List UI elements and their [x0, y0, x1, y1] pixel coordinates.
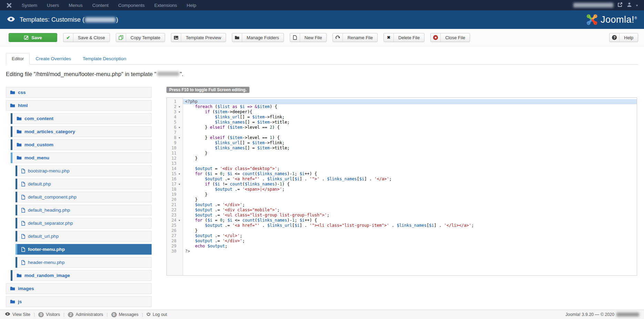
topbar-menu-help[interactable]: Help [182, 3, 201, 8]
chevron-down-icon[interactable]: ▾ [636, 3, 638, 7]
new-file-button[interactable]: New File [290, 33, 327, 42]
code-line[interactable]: 17▾ if ($i != count($links_names)-1) { [167, 182, 637, 187]
code-text[interactable]: } [183, 228, 637, 233]
tree-item-mod_custom[interactable]: mod_custom [12, 139, 152, 150]
tree-item-images[interactable]: images [6, 283, 152, 294]
code-line[interactable]: 13 [167, 161, 637, 166]
code-text[interactable]: } elseif ($item->level == 2) { [183, 125, 637, 130]
tree-item-html[interactable]: html [6, 100, 152, 111]
code-line[interactable]: 1<?php [167, 99, 637, 104]
code-line[interactable]: 26 } [167, 228, 637, 233]
administrators-link[interactable]: 2 Administrators [68, 312, 103, 317]
tab-create-overrides[interactable]: Create Overrides [30, 53, 77, 65]
manage-folders-button[interactable]: Manage Folders [232, 33, 284, 42]
code-line[interactable]: 3▾ if ($item->deeper){ [167, 109, 637, 115]
tree-item-default_separator.php[interactable]: default_separator.php [17, 218, 152, 228]
code-line[interactable]: 29 echo $output; [167, 244, 637, 249]
code-text[interactable]: } elseif ($item->level == 1) { [183, 135, 637, 140]
code-line[interactable]: 14 $output = '<div class="desktop">'; [167, 166, 637, 171]
logout-link[interactable]: Log out [146, 312, 167, 317]
code-text[interactable]: $output .= '<ul class="list-group list-g… [183, 213, 637, 218]
code-line[interactable]: 19 } [167, 192, 637, 197]
code-line[interactable]: 15▾ for ($i = 0; $i <= count($links_name… [167, 171, 637, 177]
code-text[interactable]: $output .= '<a href="' . $links_url[$i] … [183, 223, 637, 228]
code-line[interactable]: 12 } [167, 156, 637, 161]
save-button[interactable]: Save [9, 33, 57, 42]
code-text[interactable]: $output .= '</ul>'; [183, 233, 637, 238]
code-text[interactable]: $output .= '<a href="' . $links_url[$i] … [183, 177, 637, 182]
code-line[interactable]: 7 [167, 130, 637, 135]
topbar-menu-content[interactable]: Content [88, 3, 113, 8]
code-text[interactable]: if ($i != count($links_names)-1) { [183, 182, 637, 187]
code-line[interactable]: 21 $output .= '</div>'; [167, 202, 637, 208]
fold-arrow-icon[interactable]: ▾ [176, 125, 182, 130]
code-text[interactable]: <?php [183, 99, 637, 104]
view-site-link[interactable]: View Site [5, 312, 30, 317]
tree-item-default.php[interactable]: default.php [17, 179, 152, 189]
external-link-icon[interactable] [617, 2, 623, 9]
fold-arrow-icon[interactable]: ▾ [176, 218, 182, 223]
code-text[interactable]: for ($i = 0; $i <= count($links_names)-1… [183, 218, 637, 223]
code-editor[interactable]: 1<?php2▾ foreach ($list as $i => &$item)… [166, 97, 637, 276]
tree-item-default_component.php[interactable]: default_component.php [17, 192, 152, 202]
code-line[interactable]: 28 $output .= '</div>'; [167, 238, 637, 244]
topbar-menu-extensions[interactable]: Extensions [150, 3, 182, 8]
code-text[interactable]: } [183, 156, 637, 161]
code-line[interactable]: 27 $output .= '</ul>'; [167, 233, 637, 238]
code-line[interactable]: 16 $output .= '<a href="' . $links_url[$… [167, 177, 637, 182]
topbar-menu-system[interactable]: System [17, 3, 42, 8]
code-line[interactable]: 22 $output .= '<div class="mobile">'; [167, 208, 637, 213]
close-file-button[interactable]: ✖ Close File [430, 33, 470, 42]
visitors-link[interactable]: 0 Visitors [38, 312, 60, 317]
code-line[interactable]: 20 } [167, 197, 637, 202]
code-line[interactable]: 4 $links_url[] = $item->flink; [167, 115, 637, 120]
tree-item-footer-menu.php[interactable]: footer-menu.php [17, 244, 152, 255]
code-text[interactable]: ?> [183, 249, 637, 254]
template-preview-button[interactable]: Template Preview [171, 33, 226, 42]
topbar-menu-menus[interactable]: Menus [64, 3, 88, 8]
code-text[interactable]: for ($i = 0; $i <= count($links_names)-1… [183, 171, 637, 177]
code-line[interactable]: 9 $links_url[] = $item->flink; [167, 140, 637, 146]
tab-editor[interactable]: Editor [6, 53, 30, 65]
code-text[interactable]: $links_url[] = $item->flink; [183, 140, 637, 146]
code-line[interactable]: 10 $links_names[] = $item->title; [167, 146, 637, 151]
code-line[interactable]: 5 $links_names[] = $item->title; [167, 120, 637, 125]
tree-item-mod_random_image[interactable]: mod_random_image [12, 270, 152, 281]
code-text[interactable]: } [183, 197, 637, 202]
messages-link[interactable]: 0 Messages [111, 312, 139, 317]
code-line[interactable]: 2▾ foreach ($list as $i => &$item) { [167, 104, 637, 109]
help-button[interactable]: ? Help [609, 33, 638, 42]
code-line[interactable]: 8▾ } elseif ($item->level == 1) { [167, 135, 637, 140]
fold-arrow-icon[interactable]: ▾ [176, 109, 182, 115]
rename-file-button[interactable]: Rename File [333, 33, 378, 42]
topbar-menu-components[interactable]: Components [113, 3, 150, 8]
tree-item-default_url.php[interactable]: default_url.php [17, 231, 152, 242]
delete-file-button[interactable]: ✖ Delete File [384, 33, 425, 42]
copy-template-button[interactable]: Copy Template [116, 33, 165, 42]
tree-item-js[interactable]: js [6, 296, 152, 307]
code-text[interactable]: $links_names[] = $item->title; [183, 120, 637, 125]
code-text[interactable]: $links_url[] = $item->flink; [183, 115, 637, 120]
fold-arrow-icon[interactable]: ▾ [176, 135, 182, 140]
topbar-menu-users[interactable]: Users [42, 3, 64, 8]
code-line[interactable]: 25 $output .= '<a href="' . $links_url[$… [167, 223, 637, 228]
code-line[interactable]: 18 $output .= '<span>|</span>'; [167, 187, 637, 192]
tree-item-mod_articles_category[interactable]: mod_articles_category [12, 126, 152, 137]
tree-item-com_content[interactable]: com_content [12, 113, 152, 124]
save-close-button[interactable]: ✔ Save & Close [63, 33, 110, 42]
code-line[interactable]: 24▾ for ($i = 0; $i <= count($links_name… [167, 218, 637, 223]
fold-arrow-icon[interactable]: ▾ [176, 171, 182, 177]
code-text[interactable]: $output .= '<span>|</span>'; [183, 187, 637, 192]
code-line[interactable]: 11 } [167, 151, 637, 156]
code-text[interactable]: $output .= '</div>'; [183, 238, 637, 244]
fold-arrow-icon[interactable]: ▾ [176, 104, 182, 109]
code-line[interactable]: 30?> [167, 249, 637, 254]
code-text[interactable]: $links_names[] = $item->title; [183, 146, 637, 151]
tree-item-css[interactable]: css [6, 87, 152, 98]
fold-arrow-icon[interactable]: ▾ [176, 182, 182, 187]
tab-template-description[interactable]: Template Description [77, 53, 132, 65]
code-text[interactable]: $output = '<div class="desktop">'; [183, 166, 637, 171]
code-text[interactable] [183, 130, 637, 135]
code-text[interactable]: $output .= '</div>'; [183, 202, 637, 208]
code-text[interactable] [183, 161, 637, 166]
